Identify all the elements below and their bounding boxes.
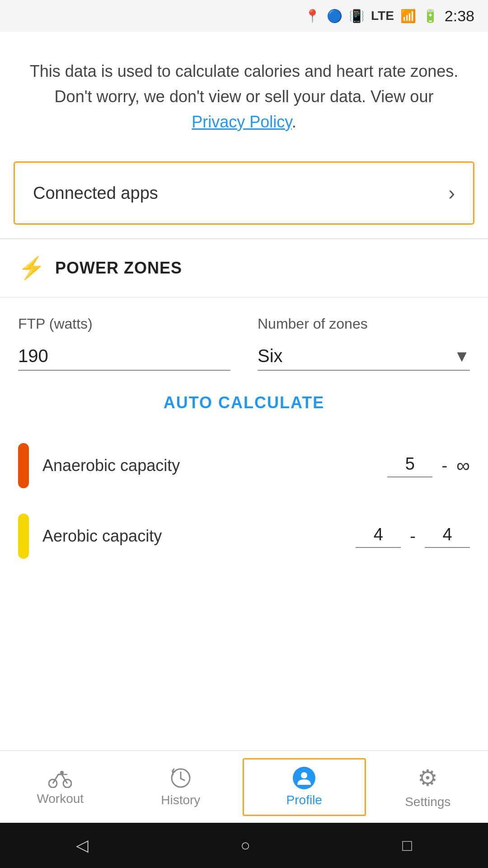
android-nav-bar: ◁ ○ □ xyxy=(0,823,488,868)
ftp-label: FTP (watts) xyxy=(18,316,230,332)
connected-apps-label: Connected apps xyxy=(33,184,158,203)
privacy-text: This data is used to calculate calories … xyxy=(27,59,461,134)
signal-icon: 📶 xyxy=(400,9,416,24)
nav-item-settings[interactable]: ⚙ Settings xyxy=(368,758,488,816)
aerobic-range: - xyxy=(356,525,470,548)
auto-calculate-section: AUTO CALCULATE xyxy=(0,371,488,430)
power-zones-title: POWER ZONES xyxy=(55,259,182,278)
svg-point-4 xyxy=(301,772,307,778)
chevron-right-icon: › xyxy=(448,182,455,204)
dropdown-arrow-icon: ▼ xyxy=(454,347,470,366)
aerobic-name: Aerobic capacity xyxy=(42,527,342,546)
battery-icon: 🔋 xyxy=(422,9,438,24)
lte-icon: LTE xyxy=(371,9,394,23)
aerobic-color-bar xyxy=(18,514,29,559)
zones-select[interactable]: Six ▼ xyxy=(258,346,470,371)
svg-point-2 xyxy=(60,771,64,774)
history-label: History xyxy=(161,793,200,807)
profile-label: Profile xyxy=(286,793,322,807)
zone-row-anaerobic: Anaerobic capacity - ∞ xyxy=(0,430,488,501)
power-zones-section-header: ⚡ POWER ZONES xyxy=(0,239,488,297)
location-icon: 📍 xyxy=(305,9,320,24)
privacy-policy-link[interactable]: Privacy Policy xyxy=(192,113,291,131)
zones-field-group: Number of zones Six ▼ xyxy=(258,316,470,371)
bluetooth-icon: 🔵 xyxy=(327,9,343,24)
nav-item-profile[interactable]: Profile xyxy=(243,758,366,816)
recent-button[interactable]: □ xyxy=(402,836,412,855)
zones-label: Number of zones xyxy=(258,316,470,332)
lightning-icon: ⚡ xyxy=(18,255,45,281)
nav-item-workout[interactable]: Workout xyxy=(0,761,121,813)
nav-item-history[interactable]: History xyxy=(121,760,241,815)
aerobic-dash: - xyxy=(410,527,416,546)
status-bar: 📍 🔵 📳 LTE 📶 🔋 2:38 xyxy=(0,0,488,32)
settings-icon: ⚙ xyxy=(418,765,438,791)
status-time: 2:38 xyxy=(445,7,474,25)
anaerobic-color-bar xyxy=(18,443,29,488)
aerobic-min-input[interactable] xyxy=(356,525,401,548)
privacy-section: This data is used to calculate calories … xyxy=(0,32,488,157)
settings-label: Settings xyxy=(405,795,450,809)
back-button[interactable]: ◁ xyxy=(76,836,89,855)
fields-row: FTP (watts) Number of zones Six ▼ xyxy=(0,297,488,371)
home-button[interactable]: ○ xyxy=(240,836,250,855)
anaerobic-range: - ∞ xyxy=(387,454,470,477)
workout-label: Workout xyxy=(37,792,84,806)
vibrate-icon: 📳 xyxy=(349,9,365,24)
anaerobic-max: ∞ xyxy=(456,455,470,476)
zone-row-aerobic: Aerobic capacity - xyxy=(0,501,488,571)
history-icon xyxy=(169,767,192,789)
workout-icon xyxy=(48,768,72,788)
connected-apps-button[interactable]: Connected apps › xyxy=(14,161,474,225)
status-icons: 📍 🔵 📳 LTE 📶 🔋 2:38 xyxy=(305,7,474,25)
anaerobic-min-input[interactable] xyxy=(387,454,432,477)
auto-calculate-button[interactable]: AUTO CALCULATE xyxy=(164,393,325,412)
aerobic-max-input[interactable] xyxy=(425,525,470,548)
anaerobic-dash: - xyxy=(441,456,447,476)
ftp-input[interactable] xyxy=(18,346,230,371)
ftp-field-group: FTP (watts) xyxy=(18,316,230,371)
profile-icon xyxy=(293,767,315,789)
anaerobic-name: Anaerobic capacity xyxy=(42,456,374,475)
bottom-navigation: Workout History Profile ⚙ Settings xyxy=(0,750,488,823)
zones-value: Six xyxy=(258,346,283,366)
